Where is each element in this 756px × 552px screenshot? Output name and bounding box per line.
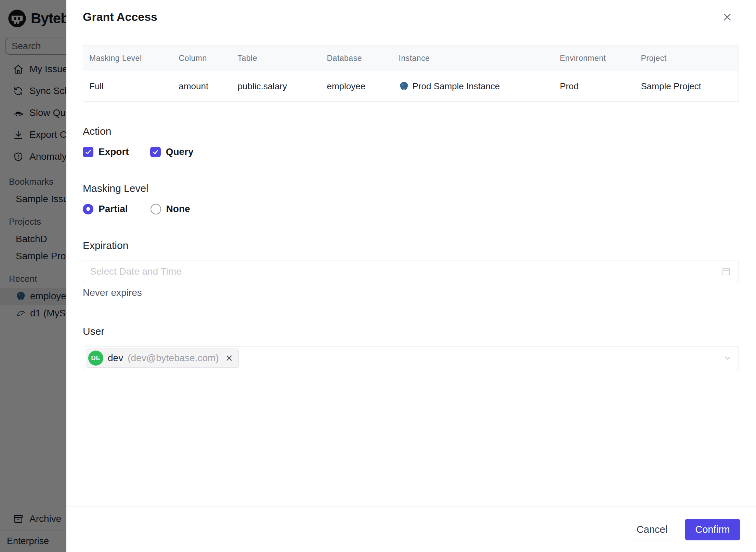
radio-unselected-icon	[151, 204, 161, 214]
expiration-heading: Expiration	[83, 240, 739, 251]
partial-radio[interactable]: Partial	[83, 203, 128, 214]
expiration-date-input[interactable]	[83, 261, 739, 282]
col-header-database: Database	[321, 46, 393, 71]
cancel-button[interactable]: Cancel	[628, 519, 676, 540]
masking-level-options: Partial None	[83, 203, 739, 214]
close-button[interactable]	[720, 10, 735, 25]
masking-level-heading: Masking Level	[83, 183, 739, 194]
instance-name: Prod Sample Instance	[413, 81, 500, 92]
cell-table: public.salary	[232, 71, 321, 102]
checkbox-checked-icon	[150, 147, 161, 157]
col-header-column: Column	[173, 46, 232, 71]
partial-label: Partial	[99, 203, 128, 214]
modal-body: Masking Level Column Table Database Inst…	[66, 34, 756, 507]
table-header-row: Masking Level Column Table Database Inst…	[83, 46, 739, 71]
avatar: DE	[88, 351, 103, 366]
cell-instance: Prod Sample Instance	[393, 71, 554, 102]
export-label: Export	[99, 146, 129, 157]
modal-header: Grant Access	[66, 0, 756, 34]
col-header-masking-level: Masking Level	[83, 46, 173, 71]
modal-footer: Cancel Confirm	[66, 507, 756, 552]
expiration-helper-text: Never expires	[83, 287, 739, 298]
postgres-icon	[399, 80, 409, 92]
cell-environment: Prod	[554, 71, 635, 102]
user-email: (dev@bytebase.com)	[128, 353, 219, 364]
table-row: Full amount public.salary employee Prod …	[83, 71, 739, 102]
remove-user-icon[interactable]	[225, 354, 234, 363]
action-options: Export Query	[83, 146, 739, 157]
user-tag: DE dev (dev@bytebase.com)	[86, 349, 239, 368]
query-checkbox[interactable]: Query	[150, 146, 194, 157]
cell-project: Sample Project	[635, 71, 739, 102]
export-checkbox[interactable]: Export	[83, 146, 129, 157]
none-radio[interactable]: None	[151, 203, 190, 214]
cell-column: amount	[173, 71, 232, 102]
none-label: None	[166, 203, 190, 214]
modal-title: Grant Access	[83, 10, 157, 24]
query-label: Query	[166, 146, 194, 157]
user-select[interactable]: DE dev (dev@bytebase.com)	[83, 346, 739, 370]
user-heading: User	[83, 326, 739, 337]
col-header-instance: Instance	[393, 46, 554, 71]
close-icon	[721, 11, 733, 23]
col-header-table: Table	[232, 46, 321, 71]
cell-masking-level: Full	[83, 71, 173, 102]
masking-access-table: Masking Level Column Table Database Inst…	[83, 45, 739, 102]
expiration-field	[83, 261, 739, 282]
checkbox-checked-icon	[83, 147, 93, 157]
col-header-environment: Environment	[554, 46, 635, 71]
chevron-down-icon	[723, 353, 732, 363]
radio-selected-icon	[83, 204, 93, 214]
cell-database: employee	[321, 71, 393, 102]
action-heading: Action	[83, 126, 739, 137]
user-name: dev	[108, 353, 123, 364]
grant-access-modal: Grant Access Masking Level Column Table …	[66, 0, 756, 552]
col-header-project: Project	[635, 46, 739, 71]
confirm-button[interactable]: Confirm	[685, 519, 740, 540]
